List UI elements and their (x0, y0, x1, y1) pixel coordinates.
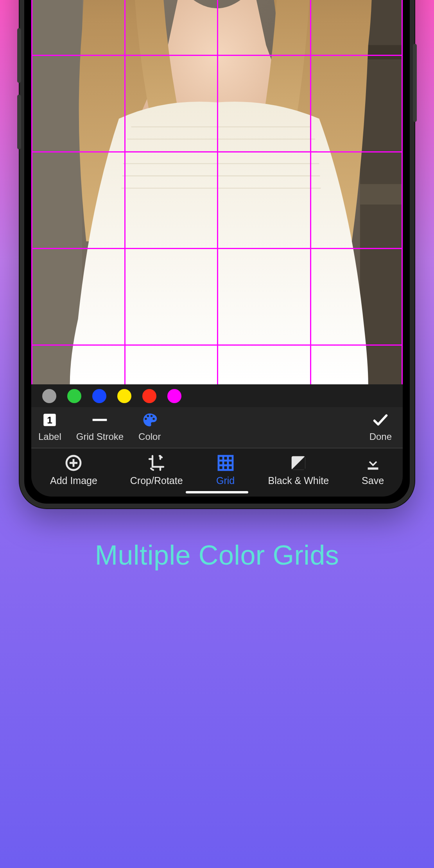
swatch-yellow[interactable] (117, 389, 131, 403)
phone-side-button (17, 28, 21, 83)
stroke-icon (91, 411, 109, 429)
image-canvas[interactable] (31, 0, 403, 384)
add-image-button[interactable]: Add Image (50, 453, 97, 486)
swatch-blue[interactable] (92, 389, 106, 403)
color-swatch-row (31, 384, 403, 407)
svg-rect-27 (219, 456, 233, 470)
done-button-label: Done (369, 431, 392, 442)
check-icon (371, 411, 389, 429)
grid-stroke-button[interactable]: Grid Stroke (76, 411, 124, 442)
color-button[interactable]: Color (138, 411, 161, 442)
grid-icon (216, 453, 235, 473)
promo-caption: Multiple Color Grids (0, 540, 434, 571)
phone-side-button (413, 44, 417, 122)
phone-side-button (17, 95, 21, 149)
palette-icon (141, 411, 159, 429)
grid-button[interactable]: Grid (216, 453, 235, 486)
grid-label: Grid (216, 475, 235, 486)
crop-rotate-icon (147, 453, 166, 473)
swatch-magenta[interactable] (167, 389, 181, 403)
svg-text:1: 1 (47, 415, 53, 425)
label-button-label: Label (38, 431, 61, 442)
save-label: Save (362, 475, 384, 486)
add-circle-icon (64, 453, 83, 473)
black-white-label: Black & White (268, 475, 329, 486)
swatch-green[interactable] (67, 389, 81, 403)
svg-rect-6 (31, 0, 82, 384)
done-button[interactable]: Done (369, 411, 392, 442)
main-toolbar: Add Image Crop/Rotate Grid (31, 448, 403, 497)
phone-frame: 1 Label Grid Stroke (20, 0, 414, 508)
crop-rotate-label: Crop/Rotate (130, 475, 183, 486)
add-image-label: Add Image (50, 475, 97, 486)
color-button-label: Color (138, 431, 161, 442)
svg-rect-33 (368, 468, 378, 470)
bw-icon (289, 453, 308, 473)
phone-screen: 1 Label Grid Stroke (31, 0, 403, 497)
save-button[interactable]: Save (362, 453, 384, 486)
home-indicator[interactable] (186, 491, 248, 493)
swatch-red[interactable] (142, 389, 156, 403)
svg-rect-5 (360, 184, 403, 204)
black-white-button[interactable]: Black & White (268, 453, 329, 486)
grid-stroke-button-label: Grid Stroke (76, 431, 124, 442)
one-box-icon: 1 (41, 411, 59, 429)
photo-placeholder (31, 0, 403, 384)
label-button[interactable]: 1 Label (38, 411, 61, 442)
promo-background: 1 Label Grid Stroke (0, 0, 434, 868)
download-icon (363, 453, 383, 473)
crop-rotate-button[interactable]: Crop/Rotate (130, 453, 183, 486)
grid-options-toolbar: 1 Label Grid Stroke (31, 407, 403, 448)
swatch-gray[interactable] (42, 389, 56, 403)
